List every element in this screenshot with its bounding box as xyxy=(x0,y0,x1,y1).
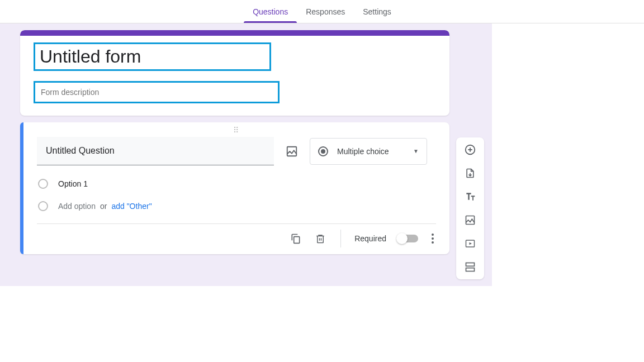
add-image-icon[interactable] xyxy=(285,145,299,158)
or-text: or xyxy=(100,202,107,211)
duplicate-icon[interactable] xyxy=(289,232,302,245)
add-option-row: Add option or add "Other" xyxy=(38,201,436,211)
tab-settings[interactable]: Settings xyxy=(354,0,400,23)
question-title-input[interactable] xyxy=(37,137,274,165)
chevron-down-icon: ▼ xyxy=(413,148,419,154)
add-other-link[interactable]: add "Other" xyxy=(111,202,151,211)
main-tabs: Questions Responses Settings xyxy=(0,0,644,23)
radio-icon xyxy=(318,146,328,156)
radio-empty-icon xyxy=(38,201,48,211)
form-header-card xyxy=(20,30,449,116)
add-title-icon[interactable] xyxy=(463,190,477,203)
option-row-1: Option 1 xyxy=(38,179,436,189)
option-1-text[interactable]: Option 1 xyxy=(58,179,88,188)
side-toolbar xyxy=(456,137,484,279)
svg-rect-5 xyxy=(466,263,475,266)
question-card: ⠿ Multiple choice ▼ Option 1 xyxy=(20,122,449,254)
svg-rect-1 xyxy=(294,237,300,244)
drag-handle-icon[interactable]: ⠿ xyxy=(37,126,436,137)
tab-responses[interactable]: Responses xyxy=(297,0,354,23)
form-title-input[interactable] xyxy=(40,46,264,67)
form-description-input[interactable] xyxy=(41,88,272,97)
tab-questions[interactable]: Questions xyxy=(244,0,297,23)
add-option-text[interactable]: Add option xyxy=(58,202,96,211)
delete-icon[interactable] xyxy=(314,232,327,245)
add-question-icon[interactable] xyxy=(463,143,477,156)
accent-bar xyxy=(20,30,449,36)
add-image-icon[interactable] xyxy=(463,213,477,227)
add-video-icon[interactable] xyxy=(463,237,477,250)
question-footer: Required xyxy=(37,223,436,254)
radio-empty-icon xyxy=(38,179,48,189)
question-type-select[interactable]: Multiple choice ▼ xyxy=(310,138,427,165)
svg-rect-6 xyxy=(466,268,475,272)
description-highlight-box xyxy=(34,81,280,103)
form-canvas: ⠿ Multiple choice ▼ Option 1 xyxy=(0,23,492,286)
import-questions-icon[interactable] xyxy=(463,166,477,180)
divider xyxy=(340,230,341,247)
title-highlight-box xyxy=(34,42,271,71)
type-select-label: Multiple choice xyxy=(337,147,404,156)
more-options-icon[interactable] xyxy=(429,231,436,246)
required-toggle[interactable] xyxy=(397,235,418,242)
add-section-icon[interactable] xyxy=(463,260,477,274)
required-label: Required xyxy=(354,234,386,243)
